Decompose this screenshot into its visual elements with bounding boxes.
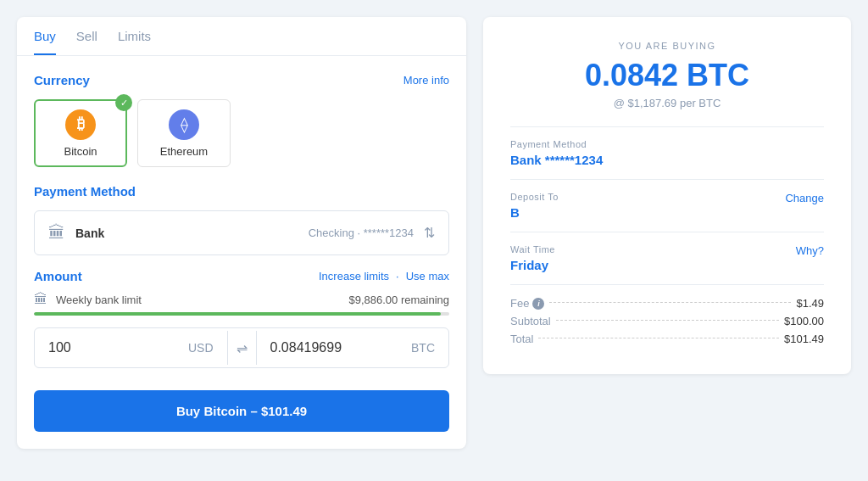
amount-header: Amount Increase limits · Use max <box>34 269 449 283</box>
fee-info-icon[interactable]: i <box>532 298 544 310</box>
divider-2 <box>510 179 824 180</box>
limit-label: Weekly bank limit <box>56 294 340 306</box>
limit-row: 🏛 Weekly bank limit $9,886.00 remaining <box>34 292 449 307</box>
payment-title: Payment Method <box>34 184 136 199</box>
panel-body: Currency More info ✓ ₿ Bitcoin ⟠ Ethereu… <box>17 56 466 390</box>
usd-input-group: 100 USD <box>35 328 227 367</box>
payment-detail: Checking · ******1234 <box>309 227 414 239</box>
total-row: Total $101.49 <box>510 333 824 345</box>
btc-value[interactable]: 0.08419699 <box>270 340 403 355</box>
fee-label-wrap: Fee i <box>510 297 544 310</box>
bitcoin-card[interactable]: ✓ ₿ Bitcoin <box>34 99 127 167</box>
ethereum-label: Ethereum <box>160 145 208 158</box>
more-info-link[interactable]: More info <box>403 74 449 87</box>
receipt-payment-method: Payment Method Bank ******1234 <box>510 139 824 167</box>
tab-buy[interactable]: Buy <box>34 17 56 55</box>
chevron-updown-icon: ⇅ <box>424 225 435 241</box>
payment-right: Checking · ******1234 ⇅ <box>309 225 435 241</box>
change-link[interactable]: Change <box>785 192 824 204</box>
receipt-wait-label: Wait Time <box>510 244 555 254</box>
receipt-payment-value: Bank ******1234 <box>510 153 824 167</box>
receipt-rate: @ $1,187.69 per BTC <box>510 97 824 109</box>
amount-inputs: 100 USD ⇌ 0.08419699 BTC <box>34 327 449 368</box>
limit-icon: 🏛 <box>34 292 47 307</box>
payment-method-label: Bank <box>75 227 104 240</box>
total-value: $101.49 <box>784 333 824 345</box>
app-container: Buy Sell Limits Currency More info ✓ ₿ B… <box>0 0 868 481</box>
increase-limits-link[interactable]: Increase limits <box>319 270 389 282</box>
amount-title: Amount <box>34 269 82 283</box>
progress-bar <box>34 312 449 316</box>
tab-limits[interactable]: Limits <box>118 17 151 55</box>
btc-currency-label: BTC <box>411 341 435 355</box>
amount-section: Amount Increase limits · Use max 🏛 Weekl… <box>34 269 449 368</box>
usd-currency-label: USD <box>188 341 214 355</box>
why-link[interactable]: Why? <box>796 244 824 257</box>
receipt-deposit-label: Deposit To <box>510 192 559 202</box>
payment-section: Payment Method 🏛 Bank Checking · ******1… <box>34 184 449 255</box>
tab-bar: Buy Sell Limits <box>17 17 466 56</box>
progress-fill <box>34 312 441 316</box>
total-dots <box>538 338 779 338</box>
subtotal-label: Subtotal <box>510 315 551 327</box>
ethereum-icon: ⟠ <box>169 109 199 140</box>
payment-left: 🏛 Bank <box>48 223 104 243</box>
fee-dots <box>549 302 791 303</box>
subtotal-row: Subtotal $100.00 <box>510 315 824 327</box>
selected-check-icon: ✓ <box>115 94 132 111</box>
receipt-panel: YOU ARE BUYING 0.0842 BTC @ $1,187.69 pe… <box>483 17 851 374</box>
payment-method-selector[interactable]: 🏛 Bank Checking · ******1234 ⇅ <box>34 210 449 255</box>
limit-remaining: $9,886.00 remaining <box>348 294 449 306</box>
divider-3 <box>510 232 824 232</box>
currency-cards: ✓ ₿ Bitcoin ⟠ Ethereum <box>34 99 449 167</box>
ethereum-card[interactable]: ⟠ Ethereum <box>137 99 231 167</box>
fee-row: Fee i $1.49 <box>510 297 824 310</box>
fee-label: Fee <box>510 297 529 310</box>
currency-section-header: Currency More info <box>34 73 449 87</box>
fee-value: $1.49 <box>796 297 824 310</box>
use-max-link[interactable]: Use max <box>406 270 449 282</box>
tab-sell[interactable]: Sell <box>76 17 97 55</box>
receipt-deposit-value: B <box>510 205 559 220</box>
you-are-buying-label: YOU ARE BUYING <box>510 41 824 51</box>
swap-icon[interactable]: ⇌ <box>228 340 256 356</box>
payment-section-header: Payment Method <box>34 184 449 199</box>
subtotal-dots <box>556 320 779 321</box>
wait-time-group: Wait Time Friday <box>510 244 555 272</box>
receipt-wait-value: Friday <box>510 258 555 272</box>
divider-1 <box>510 126 824 127</box>
amount-links: Increase limits · Use max <box>319 270 449 282</box>
bitcoin-icon: ₿ <box>65 109 96 140</box>
buy-button[interactable]: Buy Bitcoin – $101.49 <box>34 390 449 432</box>
divider-4 <box>510 284 824 285</box>
btc-input-group: 0.08419699 BTC <box>257 328 449 367</box>
bitcoin-label: Bitcoin <box>64 145 97 158</box>
receipt-payment-label: Payment Method <box>510 139 824 149</box>
bank-icon: 🏛 <box>48 223 65 243</box>
currency-title: Currency <box>34 73 90 87</box>
receipt-wait-time: Wait Time Friday Why? <box>510 244 824 272</box>
total-label: Total <box>510 333 533 345</box>
deposit-to-group: Deposit To B <box>510 192 559 220</box>
subtotal-value: $100.00 <box>784 315 824 327</box>
usd-value[interactable]: 100 <box>48 340 180 355</box>
dot-separator: · <box>396 270 399 282</box>
receipt-deposit-to: Deposit To B Change <box>510 192 824 220</box>
buy-sell-panel: Buy Sell Limits Currency More info ✓ ₿ B… <box>17 17 466 449</box>
receipt-btc-amount: 0.0842 BTC <box>510 58 824 93</box>
